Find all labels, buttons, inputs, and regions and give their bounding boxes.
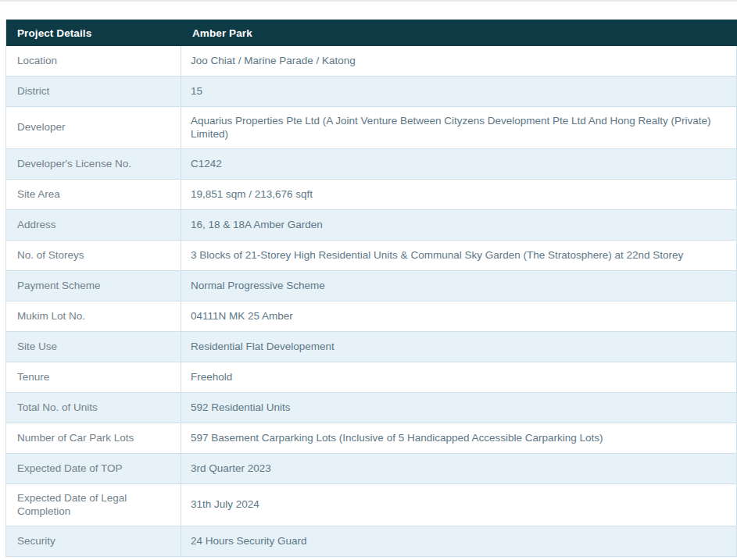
table-row: Total No. of Units 592 Residential Units — [6, 393, 737, 423]
page-top-rule — [0, 0, 737, 2]
row-label: Location — [6, 46, 181, 76]
table-row: Tenure Freehold — [6, 362, 737, 393]
row-label: No. of Storeys — [6, 241, 181, 270]
row-label: Number of Car Park Lots — [6, 423, 181, 453]
table-row: Expected Date of TOP 3rd Quarter 2023 — [6, 454, 737, 484]
row-label: Tenure — [6, 362, 181, 392]
table-row: No. of Storeys 3 Blocks of 21-Storey Hig… — [6, 241, 737, 271]
project-details-table: Project Details Amber Park Location Joo … — [5, 20, 737, 557]
row-value: 597 Basement Carparking Lots (Inclusive … — [181, 423, 736, 453]
row-value: Residential Flat Developement — [181, 332, 736, 362]
row-value: Normal Progressive Scheme — [181, 271, 736, 301]
row-value: 15 — [181, 77, 736, 106]
table-row: Developer Aquarius Properties Pte Ltd (A… — [6, 107, 737, 149]
table-row: Address 16, 18 & 18A Amber Garden — [6, 210, 737, 241]
table-row: Number of Car Park Lots 597 Basement Car… — [6, 423, 737, 454]
table-row: Security 24 Hours Security Guard — [6, 526, 737, 557]
table-row: Location Joo Chiat / Marine Parade / Kat… — [6, 46, 737, 77]
row-value: Aquarius Properties Pte Ltd (A Joint Ven… — [181, 107, 736, 148]
row-label: Total No. of Units — [6, 393, 181, 423]
table-row: Payment Scheme Normal Progressive Scheme — [6, 271, 737, 301]
row-label: Site Area — [6, 180, 181, 209]
row-value: 04111N MK 25 Amber — [181, 301, 736, 331]
row-value: 16, 18 & 18A Amber Garden — [181, 210, 736, 240]
row-value: 24 Hours Security Guard — [181, 526, 736, 556]
table-row: Site Use Residential Flat Developement — [6, 332, 737, 362]
row-label: Developer — [6, 107, 181, 148]
table-header-project-name: Amber Park — [181, 20, 737, 46]
table-row: Mukim Lot No. 04111N MK 25 Amber — [6, 301, 737, 332]
row-label: Site Use — [6, 332, 181, 362]
row-label: Payment Scheme — [6, 271, 181, 301]
row-label: Mukim Lot No. — [6, 301, 181, 331]
row-value: Freehold — [181, 362, 736, 392]
table-row: Site Area 19,851 sqm / 213,676 sqft — [6, 180, 737, 210]
row-value: 31th July 2024 — [181, 484, 736, 526]
row-label: Developer's License No. — [6, 149, 181, 179]
row-value: C1242 — [181, 149, 736, 179]
row-value: 19,851 sqm / 213,676 sqft — [181, 180, 736, 209]
row-label: Expected Date of TOP — [6, 454, 181, 483]
table-row: District 15 — [6, 77, 737, 107]
table-header-project-details: Project Details — [6, 20, 181, 46]
row-value: 592 Residential Units — [181, 393, 736, 423]
row-value: 3 Blocks of 21-Storey High Residential U… — [181, 241, 736, 270]
row-label: District — [6, 77, 181, 106]
table-body: Location Joo Chiat / Marine Parade / Kat… — [6, 46, 737, 557]
row-label: Security — [6, 526, 181, 556]
row-value: 3rd Quarter 2023 — [181, 454, 736, 483]
row-label: Address — [6, 210, 181, 240]
row-value: Joo Chiat / Marine Parade / Katong — [181, 46, 736, 76]
table-row: Developer's License No. C1242 — [6, 149, 737, 180]
row-label: Expected Date of Legal Completion — [6, 484, 181, 526]
table-header-row: Project Details Amber Park — [6, 20, 737, 46]
table-row: Expected Date of Legal Completion 31th J… — [6, 484, 737, 526]
